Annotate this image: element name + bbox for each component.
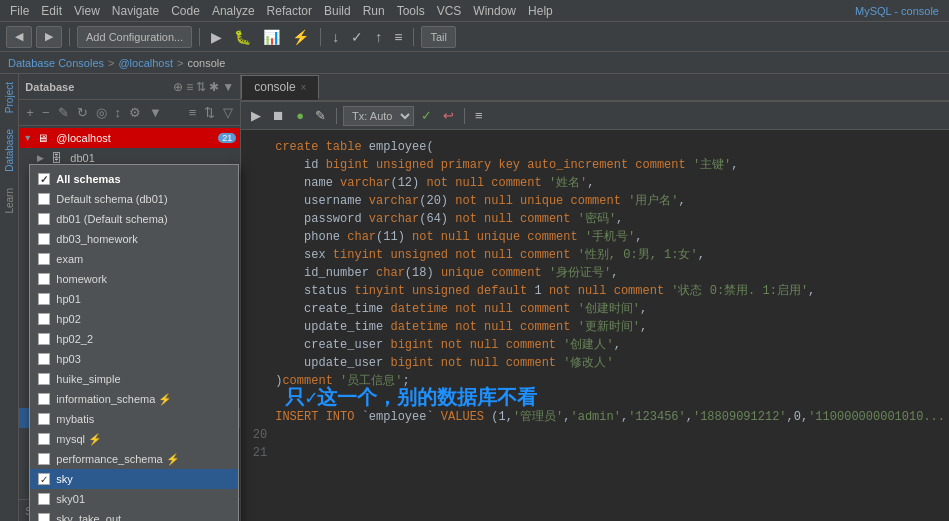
tree-arrow-db01: ▶: [37, 153, 51, 163]
db-gear-arrow-icon[interactable]: ▼: [146, 103, 165, 122]
back-button[interactable]: ◀: [6, 26, 32, 48]
app-title: MySQL - console: [849, 0, 945, 21]
schema-sky01-label: sky01: [56, 493, 85, 505]
checkbox-default: [38, 193, 50, 205]
menu-help[interactable]: Help: [522, 0, 559, 21]
menu-edit[interactable]: Edit: [35, 0, 68, 21]
db-refresh-icon[interactable]: ↻: [74, 103, 91, 122]
schema-hp022[interactable]: hp02_2: [30, 329, 238, 349]
tab-console-close[interactable]: ×: [301, 82, 307, 93]
menu-view[interactable]: View: [68, 0, 106, 21]
git-commit-button[interactable]: ✓: [347, 26, 367, 48]
menu-tools[interactable]: Tools: [391, 0, 431, 21]
db-sort-icon[interactable]: ⇅: [196, 80, 206, 94]
git-push-button[interactable]: ↑: [371, 26, 386, 48]
run-file-button[interactable]: ●: [292, 106, 308, 125]
console-toolbar-sep-1: [336, 108, 337, 124]
menu-vcs[interactable]: VCS: [431, 0, 468, 21]
console-toolbar-sep-2: [464, 108, 465, 124]
menu-build[interactable]: Build: [318, 0, 357, 21]
breadcrumb-sep-1: >: [108, 57, 114, 69]
db-gear-icon[interactable]: ⚙: [126, 103, 144, 122]
schema-skytake1[interactable]: sky_take_out: [30, 509, 238, 521]
schema-mysql[interactable]: mysql ⚡: [30, 429, 238, 449]
db-cols-icon[interactable]: ≡: [186, 103, 200, 122]
schema-default[interactable]: Default schema (db01): [30, 189, 238, 209]
breadcrumb-localhost[interactable]: @localhost: [118, 57, 173, 69]
db-panel-title: Database: [25, 81, 74, 93]
tree-item-localhost[interactable]: ▼ 🖥 @localhost 21: [19, 128, 240, 148]
schema-sky01[interactable]: sky01: [30, 489, 238, 509]
schema-hp01-label: hp01: [56, 293, 80, 305]
db-minus-icon[interactable]: −: [39, 103, 53, 122]
schema-hp03-label: hp03: [56, 353, 80, 365]
db-edit-icon[interactable]: ✎: [55, 103, 72, 122]
forward-button[interactable]: ▶: [36, 26, 62, 48]
commit-button[interactable]: ✓: [417, 106, 436, 125]
console-panel: console × ▶ ⏹ ● ✎ Tx: Auto ✓ ↩ ≡: [241, 74, 949, 521]
more-run-button[interactable]: ⚡: [288, 26, 313, 48]
db-panel-header: Database ⊕ ≡ ⇅ ✱ ▼: [19, 74, 240, 100]
menu-navigate[interactable]: Navigate: [106, 0, 165, 21]
db-target-icon[interactable]: ◎: [93, 103, 110, 122]
checkbox-all: ✓: [38, 173, 50, 185]
checkbox-perf: [38, 453, 50, 465]
tx-dropdown[interactable]: Tx: Auto: [343, 106, 414, 126]
tree-badge-localhost: 21: [218, 133, 236, 143]
code-editor[interactable]: 20 21 create table employee( id bigint u…: [241, 130, 949, 521]
menu-analyze[interactable]: Analyze: [206, 0, 261, 21]
schema-info-label: information_schema ⚡: [56, 393, 172, 406]
schema-mybatis[interactable]: mybatis: [30, 409, 238, 429]
main-toolbar: ◀ ▶ Add Configuration... ▶ 🐛 📊 ⚡ ↓ ✓ ↑ ≡…: [0, 22, 949, 52]
database-icon[interactable]: Database: [2, 125, 17, 176]
schema-db03homework[interactable]: db03_homework: [30, 229, 238, 249]
menu-run[interactable]: Run: [357, 0, 391, 21]
toolbar-separator-4: [413, 28, 414, 46]
db-icon-db01: 🗄: [51, 152, 67, 164]
db-star-icon[interactable]: ✱: [209, 80, 219, 94]
schema-hp01[interactable]: hp01: [30, 289, 238, 309]
menu-code[interactable]: Code: [165, 0, 206, 21]
schema-dropdown: ✓ All schemas Default schema (db01) db01…: [29, 164, 239, 521]
tab-console[interactable]: console ×: [241, 75, 319, 100]
schema-homework-label: homework: [56, 273, 107, 285]
schema-sky[interactable]: ✓ sky: [30, 469, 238, 489]
schema-exam[interactable]: exam: [30, 249, 238, 269]
db-filter-icon[interactable]: ▽: [220, 103, 236, 122]
debug-button[interactable]: 🐛: [230, 26, 255, 48]
schema-info[interactable]: information_schema ⚡: [30, 389, 238, 409]
schema-perf[interactable]: performance_schema ⚡: [30, 449, 238, 469]
schema-hp02[interactable]: hp02: [30, 309, 238, 329]
schema-huike[interactable]: huike_simple: [30, 369, 238, 389]
schema-db01[interactable]: db01 (Default schema): [30, 209, 238, 229]
checkbox-mybatis: [38, 413, 50, 425]
breadcrumb-db-consoles[interactable]: Database Consoles: [8, 57, 104, 69]
schema-hp03[interactable]: hp03: [30, 349, 238, 369]
coverage-button[interactable]: 📊: [259, 26, 284, 48]
stop-query-button[interactable]: ⏹: [268, 106, 289, 125]
git-more-button[interactable]: ≡: [390, 26, 406, 48]
schema-mybatis-label: mybatis: [56, 413, 94, 425]
schema-homework[interactable]: homework: [30, 269, 238, 289]
db-swap-icon[interactable]: ⇅: [201, 103, 218, 122]
menu-refactor[interactable]: Refactor: [261, 0, 318, 21]
checkbox-hp01: [38, 293, 50, 305]
edit-button[interactable]: ✎: [311, 106, 330, 125]
schema-selector-button[interactable]: ≡: [471, 106, 487, 125]
db-globe-icon[interactable]: ⊕: [173, 80, 183, 94]
add-configuration-button[interactable]: Add Configuration...: [77, 26, 192, 48]
schema-all-schemas[interactable]: ✓ All schemas: [30, 169, 238, 189]
db-arrow-icon[interactable]: ▼: [222, 80, 234, 94]
menu-file[interactable]: File: [4, 0, 35, 21]
tail-button[interactable]: Tail: [421, 26, 456, 48]
run-query-button[interactable]: ▶: [247, 106, 265, 125]
git-update-button[interactable]: ↓: [328, 26, 343, 48]
db-list-icon[interactable]: ≡: [186, 80, 193, 94]
db-add-icon[interactable]: +: [23, 103, 37, 122]
menu-window[interactable]: Window: [467, 0, 522, 21]
project-icon[interactable]: Project: [2, 78, 17, 117]
rollback-button[interactable]: ↩: [439, 106, 458, 125]
run-button[interactable]: ▶: [207, 26, 226, 48]
db-layout-icon[interactable]: ↕: [112, 103, 125, 122]
learn-icon[interactable]: Learn: [2, 184, 17, 218]
